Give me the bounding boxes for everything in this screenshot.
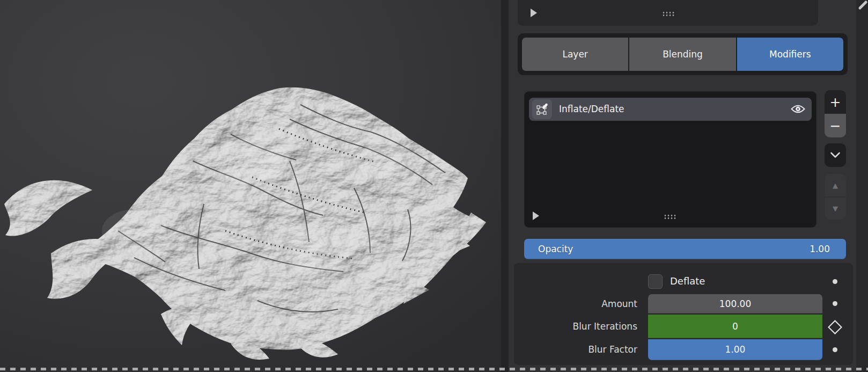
panel-right-edge-strip	[856, 0, 868, 372]
visibility-toggle[interactable]	[790, 104, 805, 114]
blur-factor-decorator-dot[interactable]	[833, 347, 837, 352]
sculpted-mesh-render	[0, 0, 501, 372]
deflate-label: Deflate	[670, 275, 705, 287]
chevron-down-icon	[830, 152, 841, 158]
add-modifier-button[interactable]: +	[825, 90, 846, 114]
list-expand-arrow-icon[interactable]	[533, 211, 539, 220]
panel-tab-bar: Layer Blending Modifiers	[518, 33, 848, 75]
list-drag-grip-icon[interactable]	[663, 214, 676, 219]
expand-arrow-icon[interactable]	[531, 9, 537, 17]
deflate-checkbox[interactable]	[648, 274, 663, 289]
opacity-value: 1.00	[810, 244, 846, 254]
move-down-button[interactable]: ▼	[825, 197, 846, 220]
amount-label: Amount	[514, 298, 637, 309]
viewport-panel-divider[interactable]	[501, 0, 509, 372]
blur-iterations-field[interactable]: 0	[648, 315, 822, 338]
deflate-decorator-dot[interactable]	[833, 279, 837, 284]
selection-dashed-line	[0, 368, 868, 370]
amount-field[interactable]: 100.00	[648, 294, 822, 313]
collapsed-panel-top	[518, 0, 818, 26]
tab-modifiers[interactable]: Modifiers	[737, 38, 843, 71]
modifier-menu-button[interactable]	[825, 143, 846, 167]
tab-blending[interactable]: Blending	[629, 38, 735, 71]
opacity-label: Opacity	[524, 244, 573, 254]
eye-icon	[791, 104, 805, 114]
blur-iterations-label: Blur Iterations	[514, 321, 637, 332]
move-up-button[interactable]: ▲	[825, 174, 846, 196]
amount-decorator-dot[interactable]	[833, 301, 837, 306]
remove-modifier-button[interactable]: −	[825, 114, 846, 137]
blur-factor-label: Blur Factor	[514, 344, 637, 355]
modifier-list-item-selected[interactable]: Inflate/Deflate	[529, 98, 812, 121]
opacity-slider[interactable]: Opacity 1.00	[524, 239, 846, 259]
blur-factor-field[interactable]: 1.00	[648, 339, 822, 360]
modifier-name-label: Inflate/Deflate	[559, 98, 624, 121]
modifier-list: Inflate/Deflate	[524, 91, 816, 228]
pen-cursor-icon	[858, 0, 868, 10]
tab-layer[interactable]: Layer	[522, 38, 628, 71]
transform-box-pen-icon	[536, 103, 548, 115]
drag-grip-icon[interactable]	[661, 11, 674, 16]
viewport-canvas[interactable]	[0, 0, 501, 372]
modifier-type-badge	[532, 99, 552, 119]
